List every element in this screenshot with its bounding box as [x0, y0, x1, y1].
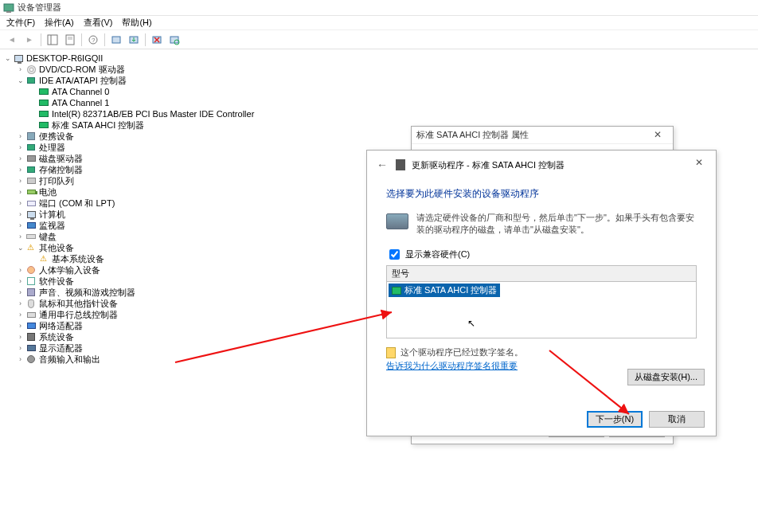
software-icon: [25, 276, 37, 287]
controller-icon: [38, 119, 49, 131]
expand-icon[interactable]: ⌄: [3, 53, 12, 64]
tree-dvd[interactable]: ›DVD/CD-ROM 驱动器: [16, 64, 758, 75]
warning-icon: [38, 253, 49, 264]
show-compatible-label: 显示兼容硬件(C): [405, 248, 470, 260]
nav-back-button[interactable]: ◄: [3, 31, 21, 49]
toolbar-show-hide[interactable]: [44, 31, 61, 49]
window-title: 设备管理器: [18, 2, 61, 14]
menu-help[interactable]: 帮助(H): [117, 16, 156, 29]
hardware-icon: [386, 213, 408, 229]
cpu-icon: [25, 142, 37, 153]
properties-dialog-title[interactable]: 标准 SATA AHCI 控制器 属性 ✕: [412, 127, 673, 144]
show-compatible-checkbox[interactable]: [389, 249, 400, 260]
why-signing-link[interactable]: 告诉我为什么驱动程序签名很重要: [386, 360, 518, 372]
install-from-disk-button[interactable]: 从磁盘安装(H)...: [627, 369, 705, 385]
sound-icon: [25, 287, 37, 298]
close-icon[interactable]: ✕: [687, 157, 711, 170]
printer-icon: [25, 175, 37, 186]
controller-icon: [38, 108, 49, 119]
back-icon[interactable]: ←: [375, 158, 389, 171]
mouse-icon: [25, 298, 37, 309]
toolbar-properties[interactable]: [61, 31, 79, 49]
toolbar-scan-icon[interactable]: [107, 31, 125, 49]
controller-icon: [25, 75, 37, 86]
audio-icon: [25, 354, 37, 365]
model-column-header[interactable]: 型号: [386, 265, 697, 281]
menu-view[interactable]: 查看(V): [79, 16, 118, 29]
other-icon: [25, 242, 37, 253]
tree-root[interactable]: ⌄ DESKTOP-R6IGQII: [3, 53, 758, 64]
svg-rect-9: [112, 37, 120, 43]
update-driver-wizard: ← 更新驱动程序 - 标准 SATA AHCI 控制器 ✕ 选择要为此硬件安装的…: [366, 150, 717, 436]
channel-icon: [38, 86, 49, 97]
system-icon: [25, 331, 37, 342]
tree-ata-ch0[interactable]: ATA Channel 0: [29, 86, 758, 97]
device-icon: [25, 131, 37, 142]
tree-intel-ide[interactable]: Intel(R) 82371AB/EB PCI Bus Master IDE C…: [29, 108, 758, 119]
computer-icon: [13, 53, 24, 64]
svg-rect-2: [48, 35, 57, 45]
cursor-icon: ↖: [467, 318, 475, 329]
battery-icon: [25, 186, 37, 198]
port-icon: [25, 198, 37, 209]
network-icon: [25, 320, 37, 331]
toolbar-scan-hardware[interactable]: [166, 31, 183, 49]
close-icon[interactable]: ✕: [646, 129, 670, 142]
certificate-icon: [386, 347, 396, 358]
toolbar-update-driver[interactable]: [125, 31, 143, 49]
tree-ata-ch1[interactable]: ATA Channel 1: [29, 97, 758, 108]
hid-icon: [25, 264, 37, 276]
driver-list-item[interactable]: 标准 SATA AHCI 控制器: [389, 284, 500, 297]
toolbar: ◄ ► ?: [0, 30, 758, 49]
storage-icon: [25, 164, 37, 175]
expand-icon[interactable]: ⌄: [16, 75, 25, 86]
wizard-heading: 选择要为此硬件安装的设备驱动程序: [386, 187, 697, 201]
disk-icon: [25, 153, 37, 164]
cancel-button[interactable]: 取消: [649, 411, 705, 428]
keyboard-icon: [25, 231, 37, 242]
expand-icon[interactable]: ›: [16, 64, 25, 75]
menu-action[interactable]: 操作(A): [40, 16, 79, 29]
svg-rect-0: [4, 4, 14, 11]
display-icon: [25, 342, 37, 354]
tree-ide[interactable]: ⌄IDE ATA/ATAPI 控制器: [16, 75, 758, 86]
driver-item-icon: [392, 287, 401, 295]
toolbar-help[interactable]: ?: [84, 31, 102, 49]
driver-listbox[interactable]: 标准 SATA AHCI 控制器 ↖: [386, 281, 697, 338]
monitor-icon: [25, 220, 37, 231]
svg-rect-4: [66, 35, 74, 45]
driver-icon: [396, 159, 405, 170]
wizard-instruction: 请选定硬件设备的厂商和型号，然后单击"下一步"。如果手头有包含要安装的驱动程序的…: [416, 212, 697, 236]
toolbar-uninstall[interactable]: [148, 31, 166, 49]
computer-icon: [25, 209, 37, 220]
dvd-icon: [25, 64, 37, 75]
menu-bar: 文件(F) 操作(A) 查看(V) 帮助(H): [0, 16, 758, 30]
channel-icon: [38, 97, 49, 108]
signed-note: 这个驱动程序已经过数字签名。: [386, 346, 697, 358]
expand-icon[interactable]: ⌄: [16, 242, 25, 253]
menu-file[interactable]: 文件(F): [2, 16, 40, 29]
svg-text:?: ?: [92, 37, 96, 44]
usb-icon: [25, 309, 37, 320]
app-icon: [3, 2, 14, 14]
wizard-header: ← 更新驱动程序 - 标准 SATA AHCI 控制器 ✕: [367, 151, 716, 179]
wizard-title: 更新驱动程序 - 标准 SATA AHCI 控制器: [412, 159, 565, 171]
window-titlebar: 设备管理器: [0, 0, 758, 16]
next-button[interactable]: 下一步(N): [587, 411, 643, 428]
nav-forward-button[interactable]: ►: [21, 31, 38, 49]
svg-rect-1: [6, 11, 11, 13]
